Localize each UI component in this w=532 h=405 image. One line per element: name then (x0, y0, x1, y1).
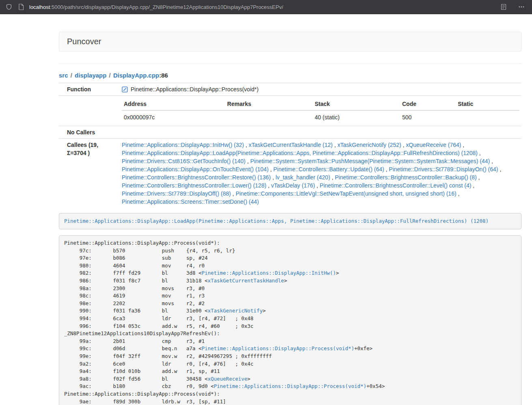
symbol-link[interactable]: Pinetime::Applications::DisplayApp::Proc… (214, 383, 366, 389)
callee-link[interactable]: Pinetime::Controllers::Battery::Update()… (274, 166, 384, 172)
app-header: Puncover (59, 32, 521, 52)
breadcrumb-separator: / (68, 72, 75, 79)
no-callers-label: No Callers (59, 126, 120, 139)
highlighted-symbol-link[interactable]: Pinetime::Applications::DisplayApp::Load… (64, 218, 489, 224)
callee-link[interactable]: Pinetime::Controllers::BrightnessControl… (122, 182, 266, 189)
callee-link[interactable]: vTaskDelay (176) (271, 182, 315, 189)
detail-column-header: Stack (312, 98, 400, 110)
callee-link[interactable]: Pinetime::System::SystemTask::PushMessag… (250, 158, 490, 164)
breadcrumb-link[interactable]: DisplayApp.cpp (113, 72, 159, 79)
detail-value-cell: 40 (static) (312, 110, 400, 124)
function-label: Function (59, 83, 120, 96)
detail-column-header: Static (456, 98, 519, 110)
callee-link[interactable]: Pinetime::Drivers::St7789::DisplayOn() (… (389, 166, 498, 172)
breadcrumb: src / displayapp / DisplayApp.cpp:86 (59, 72, 521, 79)
callee-link[interactable]: Pinetime::Controllers::BrightnessControl… (320, 182, 471, 189)
symbol-link[interactable]: Pinetime::Applications::DisplayApp::Proc… (202, 345, 354, 351)
browser-address-bar[interactable]: localhost:5000/path/src/displayapp/Displ… (0, 0, 532, 14)
symbol-link[interactable]: xTaskGenericNotify (208, 308, 263, 314)
url-text[interactable]: localhost:5000/path/src/displayapp/Displ… (29, 4, 499, 10)
function-name: Pinetime::Applications::DisplayApp::Proc… (131, 85, 258, 93)
page-actions-menu-icon[interactable] (517, 2, 526, 12)
highlighted-symbol-box: Pinetime::Applications::DisplayApp::Load… (59, 213, 521, 229)
detail-value-cell (225, 110, 313, 124)
detail-table: AddressRemarksStackCodeStatic 0x0000097c… (122, 98, 519, 124)
breadcrumb-separator: / (106, 72, 113, 79)
disassembly: Pinetime::Applications::DisplayApp::Proc… (59, 235, 521, 405)
reader-view-icon[interactable] (499, 2, 508, 12)
detail-header-row: AddressRemarksStackCodeStatic (122, 98, 519, 110)
callee-link[interactable]: xQueueReceive (764) (406, 142, 461, 148)
callee-link[interactable]: Pinetime::Components::LittleVgl::SetNewT… (236, 190, 457, 197)
detail-value-row: 0x0000097c40 (static)500 (122, 110, 519, 124)
symbol-link[interactable]: xTaskGetCurrentTaskHandle (208, 278, 284, 284)
url-host: localhost (29, 4, 50, 10)
detail-column-header: Address (122, 98, 225, 110)
page-container: Puncover src / displayapp / DisplayApp.c… (59, 32, 521, 405)
callee-link[interactable]: xTaskGenericNotify (252) (337, 142, 401, 148)
callees-label: Callees (19, Σ=3704 ) (59, 139, 120, 208)
shield-icon[interactable] (4, 2, 14, 12)
callee-link[interactable]: Pinetime::Applications::DisplayApp::OnTo… (122, 166, 269, 172)
breadcrumb-line-number: :86 (159, 72, 168, 79)
breadcrumb-link[interactable]: src (59, 72, 68, 79)
method-icon (122, 86, 128, 93)
callee-link[interactable]: Pinetime::Controllers::BrightnessControl… (122, 174, 271, 181)
detail-value-cell: 0x0000097c (122, 110, 225, 124)
callee-link[interactable]: Pinetime::Applications::DisplayApp::Init… (122, 142, 244, 148)
callee-link[interactable]: Pinetime::Drivers::St7789::DisplayOff() … (122, 190, 231, 197)
detail-column-header: Remarks (225, 98, 313, 110)
url-path: :5000/path/src/displayapp/DisplayApp.cpp… (50, 4, 283, 10)
callee-link[interactable]: Pinetime::Controllers::BrightnessControl… (335, 174, 476, 181)
detail-value-cell (456, 110, 519, 124)
detail-column-header: Code (400, 98, 456, 110)
symbol-link[interactable]: Pinetime::Applications::DisplayApp::Init… (202, 270, 336, 276)
no-callers-row: No Callers (59, 126, 521, 139)
callee-link[interactable]: lv_task_handler (420) (276, 174, 330, 181)
callees-list: Pinetime::Applications::DisplayApp::Init… (120, 139, 521, 208)
callee-link[interactable]: xTaskGetCurrentTaskHandle (12) (249, 142, 333, 148)
function-table: Function Pinetime::Applications::Display… (59, 83, 521, 208)
callee-link[interactable]: Pinetime::Applications::Screens::Timer::… (122, 198, 259, 205)
callee-link[interactable]: Pinetime::Drivers::Cst816S::GetTouchInfo… (122, 158, 246, 164)
function-row: Function Pinetime::Applications::Display… (59, 83, 521, 96)
page-info-icon[interactable] (16, 2, 26, 12)
callee-link[interactable]: Pinetime::Applications::DisplayApp::Load… (122, 150, 478, 156)
function-detail-row: AddressRemarksStackCodeStatic 0x0000097c… (59, 96, 521, 126)
detail-value-cell: 500 (400, 110, 456, 124)
app-title[interactable]: Puncover (67, 37, 101, 46)
breadcrumb-link[interactable]: displayapp (75, 72, 106, 79)
callees-row: Callees (19, Σ=3704 ) Pinetime::Applicat… (59, 139, 521, 208)
symbol-link[interactable]: xQueueReceive (208, 376, 248, 382)
divider (59, 63, 521, 64)
